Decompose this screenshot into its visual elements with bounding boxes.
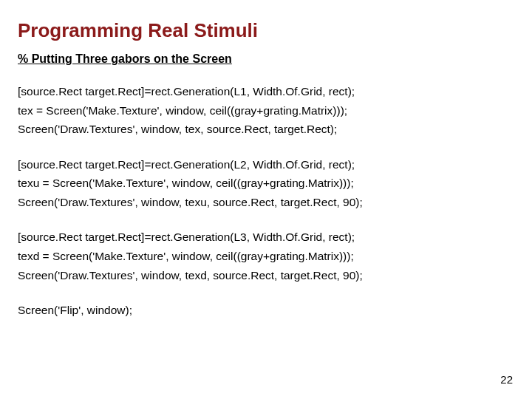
code-line: [source.Rect target.Rect]=rect.Generatio… <box>18 82 514 101</box>
slide: Programming Real Stimuli % Putting Three… <box>0 0 532 399</box>
code-block-flip: Screen('Flip', window); <box>18 301 514 320</box>
code-line: texd = Screen('Make.Texture', window, ce… <box>18 247 514 266</box>
code-line: Screen('Flip', window); <box>18 301 514 320</box>
code-line: Screen('Draw.Textures', window, tex, sou… <box>18 120 514 139</box>
code-line: [source.Rect target.Rect]=rect.Generatio… <box>18 228 514 247</box>
code-line: [source.Rect target.Rect]=rect.Generatio… <box>18 155 514 174</box>
slide-subhead: % Putting Three gabors on the Screen <box>18 52 514 66</box>
code-block-2: [source.Rect target.Rect]=rect.Generatio… <box>18 155 514 212</box>
code-line: texu = Screen('Make.Texture', window, ce… <box>18 174 514 193</box>
code-line: tex = Screen('Make.Texture', window, cei… <box>18 101 514 120</box>
code-line: Screen('Draw.Textures', window, texd, so… <box>18 266 514 285</box>
code-block-3: [source.Rect target.Rect]=rect.Generatio… <box>18 228 514 284</box>
slide-title: Programming Real Stimuli <box>18 19 514 42</box>
code-line: Screen('Draw.Textures', window, texu, so… <box>18 193 514 212</box>
page-number: 22 <box>500 373 513 386</box>
code-block-1: [source.Rect target.Rect]=rect.Generatio… <box>18 82 514 139</box>
